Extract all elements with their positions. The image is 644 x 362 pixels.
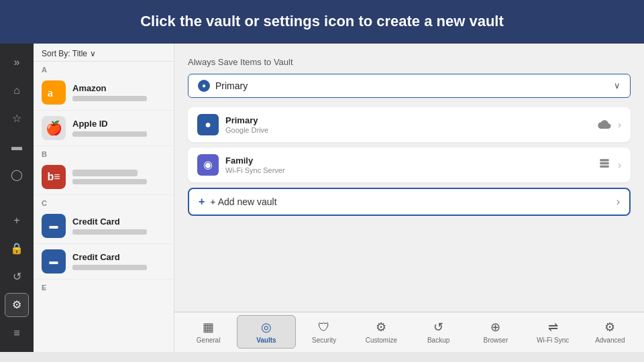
svg-rect-2 <box>600 162 609 164</box>
svg-rect-1 <box>600 159 609 161</box>
general-tab-label: General <box>197 337 221 344</box>
vault-row-primary[interactable]: ● Primary Google Drive › <box>188 107 631 142</box>
backup-tab-label: Backup <box>427 337 449 344</box>
tab-general[interactable]: ▦ General <box>180 316 237 348</box>
vault-content: Always Save Items to Vault ● Primary ∨ ●… <box>174 44 644 312</box>
list-item[interactable]: ▬ Credit Card <box>34 208 174 244</box>
advanced-tab-icon: ⚙ <box>604 320 615 335</box>
vault-row-family[interactable]: ◉ Family Wi-Fi Sync Server › <box>188 147 631 182</box>
backup-tab-icon: ↺ <box>433 320 443 335</box>
star-icon[interactable]: ☆ <box>5 107 29 131</box>
section-label-b: B <box>34 146 174 160</box>
apple-icon: 🍎 <box>42 116 66 140</box>
section-label-a: A <box>34 62 174 75</box>
vaults-tab-label: Vaults <box>256 337 276 344</box>
app-container: » ⌂ ☆ ▬ ◯ + 🔒 ↺ ⚙ ≡ Sort By: Title ∨ A a <box>0 44 644 352</box>
item-text <box>72 170 166 184</box>
list-items: A a Amazon 🍎 Apple ID <box>34 62 174 352</box>
tab-vaults[interactable]: ◎ Vaults <box>237 315 295 349</box>
settings-icon[interactable]: ⚙ <box>5 293 29 317</box>
add-vault-plus-icon: + <box>199 196 205 208</box>
vault-row-title-family: Family <box>225 156 591 166</box>
right-panel: Always Save Items to Vault ● Primary ∨ ●… <box>174 44 644 352</box>
tab-browser[interactable]: ⊕ Browser <box>467 316 524 348</box>
wifi-sync-tab-icon: ⇌ <box>548 320 558 335</box>
advanced-tab-label: Advanced <box>595 337 625 344</box>
item-text: Credit Card <box>72 252 166 270</box>
sidebar-icons: » ⌂ ☆ ▬ ◯ + 🔒 ↺ ⚙ ≡ <box>0 44 34 352</box>
vault-row-subtitle-family: Wi-Fi Sync Server <box>225 166 591 174</box>
item-title: Credit Card <box>72 217 166 227</box>
add-vault-row[interactable]: + + Add new vault › <box>188 188 631 216</box>
general-tab-icon: ▦ <box>203 320 214 335</box>
vault-dot-icon: ● <box>198 80 210 92</box>
chevron-right-icon: › <box>618 119 621 130</box>
item-subtitle <box>72 229 147 235</box>
customize-tab-icon: ⚙ <box>376 320 386 335</box>
person-icon[interactable]: ◯ <box>5 163 29 187</box>
always-save-label: Always Save Items to Vault <box>188 57 631 67</box>
list-item[interactable]: b≡ <box>34 160 174 195</box>
tab-wifi-sync[interactable]: ⇌ Wi-Fi Sync <box>525 316 582 348</box>
item-text: Credit Card <box>72 217 166 235</box>
add-vault-text: + Add new vault <box>210 196 276 207</box>
item-title: Amazon <box>72 83 166 93</box>
wifi-sync-tab-label: Wi-Fi Sync <box>537 337 569 344</box>
vault-row-text-family: Family Wi-Fi Sync Server <box>225 156 591 174</box>
sync-icon[interactable]: ↺ <box>5 265 29 289</box>
vault-dropdown-value: Primary <box>215 80 248 91</box>
family-vault-icon: ◉ <box>197 154 219 176</box>
list-item[interactable]: 🍎 Apple ID <box>34 111 174 146</box>
primary-vault-icon: ● <box>197 114 219 135</box>
vault-row-title: Primary <box>225 115 591 125</box>
add-icon[interactable]: + <box>5 208 29 233</box>
item-text: Amazon <box>72 83 166 101</box>
cloud-icon <box>598 118 611 131</box>
item-title <box>72 170 138 176</box>
list-panel: Sort By: Title ∨ A a Amazon 🍎 <box>34 44 174 352</box>
vault-row-subtitle: Google Drive <box>225 126 591 134</box>
banner-text: Click the vault or settings icon to crea… <box>140 13 504 29</box>
tab-security[interactable]: 🛡 Security <box>296 316 353 348</box>
expand-icon[interactable]: » <box>5 50 29 74</box>
sort-label[interactable]: Sort By: Title <box>42 49 87 58</box>
menu-icon[interactable]: ≡ <box>5 321 29 345</box>
vault-dropdown-left: ● Primary <box>198 80 248 92</box>
home-icon[interactable]: ⌂ <box>5 78 29 103</box>
item-subtitle <box>72 265 147 270</box>
vault-row-text: Primary Google Drive <box>225 115 591 134</box>
item-title: Apple ID <box>72 119 166 129</box>
item-subtitle <box>72 96 147 101</box>
browser-tab-label: Browser <box>484 337 508 344</box>
item-title: Credit Card <box>72 252 166 262</box>
instruction-banner: Click the vault or settings icon to crea… <box>0 0 644 44</box>
security-tab-icon: 🛡 <box>318 320 330 335</box>
list-item[interactable]: ▬ Credit Card <box>34 244 174 280</box>
item-subtitle <box>72 131 147 137</box>
browser-tab-icon: ⊕ <box>490 320 500 335</box>
lock-icon[interactable]: 🔒 <box>5 237 29 261</box>
server-icon <box>598 158 611 171</box>
add-vault-chevron: › <box>616 196 620 208</box>
list-item[interactable]: a Amazon <box>34 75 174 111</box>
security-tab-label: Security <box>312 337 336 344</box>
bistro-icon: b≡ <box>42 165 66 189</box>
customize-tab-label: Customize <box>366 337 397 344</box>
svg-rect-3 <box>600 166 609 168</box>
vault-dropdown[interactable]: ● Primary ∨ <box>188 74 631 98</box>
section-label-c: C <box>34 195 174 208</box>
tab-bar: ▦ General ◎ Vaults 🛡 Security ⚙ Customiz… <box>174 312 644 352</box>
add-vault-label: + + Add new vault <box>199 196 277 208</box>
item-text: Apple ID <box>72 119 166 137</box>
sort-chevron: ∨ <box>90 49 96 58</box>
credit-card-icon-2: ▬ <box>42 249 66 274</box>
svg-text:a: a <box>48 86 53 99</box>
item-subtitle <box>72 179 147 184</box>
card-icon[interactable]: ▬ <box>5 135 29 159</box>
tab-advanced[interactable]: ⚙ Advanced <box>582 316 639 348</box>
list-header: Sort By: Title ∨ <box>34 44 174 62</box>
tab-backup[interactable]: ↺ Backup <box>410 316 467 348</box>
section-label-e: E <box>34 280 174 293</box>
tab-customize[interactable]: ⚙ Customize <box>353 316 410 348</box>
amazon-icon: a <box>42 80 66 105</box>
